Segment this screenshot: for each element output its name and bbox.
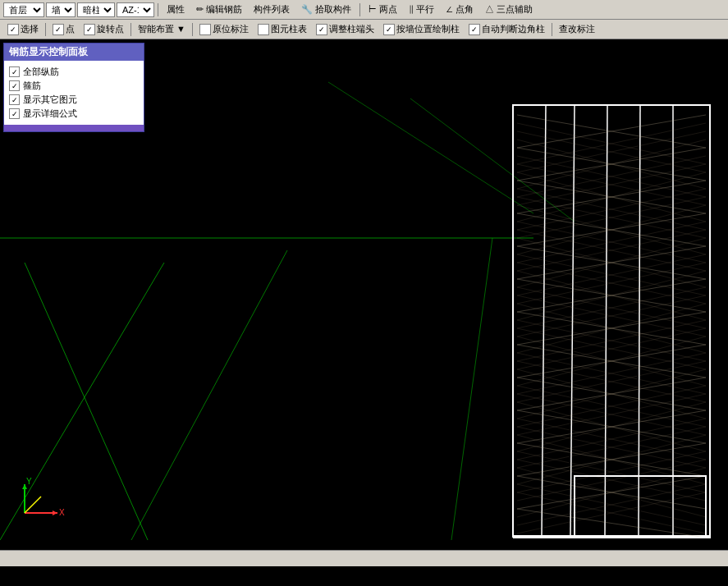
adjust-check: ✓	[316, 24, 327, 35]
rotate-label: 旋转点	[97, 23, 124, 35]
edit-rebar-btn[interactable]: ✏ 编辑钢筋	[191, 2, 247, 18]
checkbox-formula[interactable]: ✓	[9, 108, 20, 119]
toolbar-second: ✓ 选择 ✓ 点 ✓ 旋转点 智能布置 ▼ 原位标注 图元柱表 ✓ 调整柱端头 …	[0, 20, 728, 39]
label-formula: 显示详细公式	[23, 108, 77, 120]
panel-bottom-bar	[4, 125, 144, 131]
corner-label: 自动判断边角柱	[482, 23, 545, 35]
label-longitudinal: 全部纵筋	[23, 66, 59, 78]
point-check: ✓	[53, 24, 64, 35]
col-table-check	[258, 24, 269, 35]
select-label: 选择	[21, 23, 39, 35]
parallel-btn[interactable]: ∥ 平行	[404, 2, 439, 18]
rotate-check: ✓	[84, 24, 95, 35]
three-point-btn[interactable]: △ 三点辅助	[480, 2, 538, 18]
floor-select[interactable]: 首层	[3, 2, 44, 17]
angle-btn[interactable]: ∠ 点角	[441, 2, 478, 18]
label-stirrup: 箍筋	[23, 80, 41, 92]
origin-label: 原位标注	[213, 23, 249, 35]
pick-component-btn[interactable]: 🔧 拾取构件	[296, 2, 356, 18]
rebar-display-panel: 钢筋显示控制面板 ✓ 全部纵筋 ✓ 箍筋 ✓ 显示其它图元 ✓ 显示详细公式	[3, 43, 144, 132]
svg-line-117	[25, 497, 41, 513]
two-point-btn[interactable]: ⊢ 两点	[364, 2, 402, 18]
checkbox-stirrup[interactable]: ✓	[9, 80, 20, 91]
draw-by-wall-btn[interactable]: ✓ 按墙位置绘制柱	[379, 21, 464, 38]
label-other: 显示其它图元	[23, 94, 77, 106]
component-list-btn[interactable]: 构件列表	[249, 2, 295, 18]
rotate-point-btn[interactable]: ✓ 旋转点	[80, 21, 128, 38]
panel-item-4[interactable]: ✓ 显示详细公式	[9, 108, 139, 120]
point-btn[interactable]: ✓ 点	[48, 21, 79, 38]
select-check: ✓	[7, 24, 19, 35]
az-select[interactable]: AZ-1	[117, 2, 154, 17]
draw-check: ✓	[383, 24, 395, 35]
checkbox-other[interactable]: ✓	[9, 94, 20, 105]
smart-label: 智能布置 ▼	[138, 23, 185, 35]
sep1	[158, 3, 158, 16]
panel-item-2[interactable]: ✓ 箍筋	[9, 80, 139, 92]
smart-layout-btn[interactable]: 智能布置 ▼	[134, 21, 190, 38]
status-bar	[0, 550, 728, 566]
main-canvas[interactable]: 1 钢筋显示控制面板 ✓ 全部纵筋 ✓ 箍筋 ✓ 显示其它图元 ✓ 显示详细公式	[0, 39, 728, 550]
panel-item-1[interactable]: ✓ 全部纵筋	[9, 66, 139, 78]
origin-mark-btn[interactable]: 原位标注	[195, 21, 253, 38]
check-mark-label: 查改标注	[559, 23, 595, 35]
wall-select[interactable]: 墙	[46, 2, 76, 17]
panel-title: 钢筋显示控制面板	[4, 43, 144, 61]
draw-label: 按墙位置绘制柱	[396, 23, 460, 35]
sep5	[192, 23, 193, 36]
svg-text:Y: Y	[26, 477, 32, 486]
adjust-label: 调整柱端头	[329, 23, 374, 35]
axes-svg: X Y	[16, 476, 66, 525]
panel-body: ✓ 全部纵筋 ✓ 箍筋 ✓ 显示其它图元 ✓ 显示详细公式	[4, 61, 144, 125]
property-btn[interactable]: 属性	[162, 2, 190, 18]
adjust-end-btn[interactable]: ✓ 调整柱端头	[312, 21, 378, 38]
toolbar-top: 首层 墙 暗柱 AZ-1 属性 ✏ 编辑钢筋 构件列表 🔧 拾取构件 ⊢ 两点 …	[0, 0, 728, 20]
auto-corner-btn[interactable]: ✓ 自动判断边角柱	[465, 21, 549, 38]
select-btn[interactable]: ✓ 选择	[3, 21, 43, 38]
panel-item-3[interactable]: ✓ 显示其它图元	[9, 94, 139, 106]
corner-check: ✓	[469, 24, 480, 35]
sep2	[359, 3, 360, 16]
col-table-label: 图元柱表	[271, 23, 307, 35]
coord-axes: X Y	[16, 476, 66, 525]
column-table-btn[interactable]: 图元柱表	[254, 21, 311, 38]
point-label: 点	[66, 23, 75, 35]
column-select[interactable]: 暗柱	[77, 2, 115, 17]
svg-text:X: X	[59, 508, 65, 517]
svg-marker-112	[53, 510, 57, 515]
origin-check	[199, 24, 211, 35]
sep3	[45, 23, 46, 36]
check-mark-btn[interactable]: 查改标注	[555, 21, 599, 38]
sep6	[552, 23, 552, 36]
sep4	[130, 23, 131, 36]
checkbox-longitudinal[interactable]: ✓	[9, 66, 20, 77]
